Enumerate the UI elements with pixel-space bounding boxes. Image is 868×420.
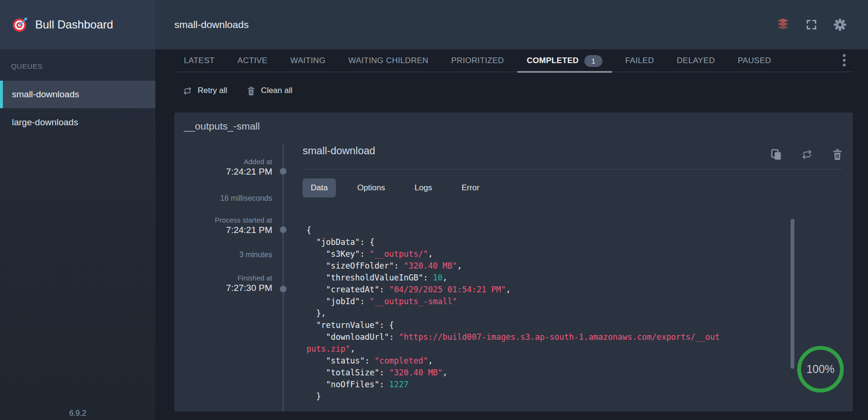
code-segment: "__outputs/" — [370, 249, 428, 259]
clean-all-label: Clean all — [261, 86, 292, 95]
gear-icon[interactable] — [833, 18, 847, 32]
tab-paused[interactable]: PAUSED — [728, 49, 781, 72]
app-logo[interactable]: Bull Dashboard — [0, 0, 155, 49]
timeline-duration: 3 minutes — [174, 250, 272, 260]
code-line: puts.zip", — [306, 343, 786, 355]
timeline-time: 7:24:21 PM — [174, 166, 272, 177]
timeline-entry-run-duration: 3 minutes — [174, 250, 272, 260]
code-segment: 10 — [433, 273, 442, 282]
tab-waiting[interactable]: WAITING — [281, 49, 335, 72]
code-segment: "noOfFiles": — [306, 380, 389, 389]
timeline-duration: 16 milliseconds — [174, 194, 272, 203]
timeline-dot — [280, 226, 286, 233]
code-block: { "jobData": { "s3Key": "__outputs/", "s… — [306, 224, 786, 401]
code-segment: 1227 — [389, 380, 409, 389]
trash-icon — [247, 86, 255, 95]
code-segment: "jobId": — [306, 297, 370, 306]
tab-label: ACTIVE — [238, 56, 267, 65]
tab-options[interactable]: Options — [349, 178, 393, 197]
code-segment: }, — [306, 308, 326, 318]
timeline-label: Added at — [174, 157, 272, 166]
trash-icon[interactable] — [832, 149, 842, 160]
tab-label: LATEST — [184, 56, 215, 65]
timeline-line — [283, 144, 284, 411]
code-line: "downloadUrl": "https://build007-images.… — [306, 331, 786, 343]
fullscreen-icon[interactable] — [805, 19, 818, 31]
copy-icon[interactable] — [771, 149, 782, 160]
detail-divider — [303, 169, 842, 169]
tab-completed[interactable]: COMPLETED 1 — [517, 49, 612, 72]
header: small-downloads — [155, 0, 868, 49]
retry-all-button[interactable]: Retry all — [183, 86, 227, 95]
code-line: "jobId": "__outputs_-small" — [306, 296, 786, 308]
tab-label: COMPLETED — [527, 56, 579, 65]
redis-icon[interactable] — [776, 18, 790, 31]
job-detail-title: small-download — [303, 145, 375, 157]
tab-logs[interactable]: Logs — [407, 178, 440, 197]
code-segment: "s3Key": — [306, 249, 370, 259]
code-segment: "totalSize": — [306, 368, 389, 377]
code-segment: "https://build007-images.s3.ap-south-1.a… — [399, 332, 720, 342]
tab-label: WAITING — [290, 56, 325, 65]
tabbar-divider — [174, 72, 853, 72]
tab-prioritized[interactable]: PRIORITIZED — [442, 49, 514, 72]
code-segment: "createdAt": — [306, 285, 389, 294]
timeline-entry-finished: Finished at 7:27:30 PM — [174, 273, 272, 293]
code-segment: "jobData": { — [306, 237, 374, 247]
retry-icon — [183, 86, 192, 95]
code-line: "jobData": { — [306, 236, 786, 248]
timeline-entry-process-started: Process started at 7:24:21 PM — [174, 215, 272, 235]
code-segment: "thresholdValueInGB": — [306, 273, 433, 282]
tab-waiting-children[interactable]: WAITING CHILDREN — [339, 49, 438, 72]
tab-label: PAUSED — [738, 56, 771, 65]
code-segment: "completed" — [374, 356, 428, 365]
code-line: "thresholdValueInGB": 10, — [306, 272, 786, 284]
code-segment: "downloadUrl": — [306, 332, 399, 342]
tab-error[interactable]: Error — [453, 178, 487, 197]
kebab-menu-icon[interactable] — [842, 53, 846, 68]
code-segment: "sizeOfFolder": — [306, 261, 404, 271]
code-line: "noOfFiles": 1227 — [306, 379, 786, 391]
retry-icon[interactable] — [801, 149, 812, 160]
code-segment: { — [306, 225, 311, 235]
code-segment: , — [506, 285, 511, 294]
job-progress-value: 100% — [796, 345, 845, 394]
code-segment: "04/29/2025 01:54:21 PM" — [389, 285, 506, 294]
code-line: "returnValue": { — [306, 319, 786, 331]
queues-section-label: QUEUES — [11, 62, 43, 70]
app-title: Bull Dashboard — [35, 18, 113, 31]
sidebar: Bull Dashboard QUEUES small-downloads la… — [0, 0, 155, 420]
sidebar-item-large-downloads[interactable]: large-downloads — [0, 109, 155, 136]
clean-all-button[interactable]: Clean all — [247, 86, 292, 95]
header-icons — [776, 18, 868, 32]
tab-data[interactable]: Data — [303, 178, 336, 197]
timeline-dot — [280, 168, 286, 175]
tab-label: WAITING CHILDREN — [348, 56, 429, 65]
code-line: "status": "completed", — [306, 355, 786, 367]
tab-delayed[interactable]: DELAYED — [668, 49, 725, 72]
code-scrollbar[interactable] — [791, 219, 794, 369]
tab-failed[interactable]: FAILED — [616, 49, 663, 72]
code-line: "createdAt": "04/29/2025 01:54:21 PM", — [306, 284, 786, 296]
timeline-entry-added: Added at 7:24:21 PM — [174, 157, 272, 177]
retry-all-label: Retry all — [198, 86, 227, 95]
code-segment: "320.40 MB" — [389, 368, 443, 377]
page-title: small-downloads — [174, 19, 248, 30]
code-segment: , — [457, 261, 462, 271]
timeline-time: 7:27:30 PM — [174, 282, 272, 293]
queue-item-label: large-downloads — [12, 117, 78, 128]
job-detail-actions — [771, 149, 842, 160]
job-progress-ring: 100% — [796, 345, 845, 394]
queue-actions: Retry all Clean all — [183, 86, 293, 95]
sidebar-item-small-downloads[interactable]: small-downloads — [0, 81, 155, 108]
job-detail-tabs: Data Options Logs Error — [303, 178, 487, 197]
target-logo-icon — [11, 16, 29, 33]
tab-active[interactable]: ACTIVE — [228, 49, 277, 72]
timeline-label: Process started at — [174, 215, 272, 224]
completed-count-badge: 1 — [584, 55, 602, 67]
code-segment: "returnValue": { — [306, 320, 394, 330]
code-segment: , — [443, 368, 448, 377]
tab-latest[interactable]: LATEST — [174, 49, 224, 72]
job-name: __outputs_-small — [184, 121, 260, 132]
code-segment: , — [443, 273, 448, 282]
